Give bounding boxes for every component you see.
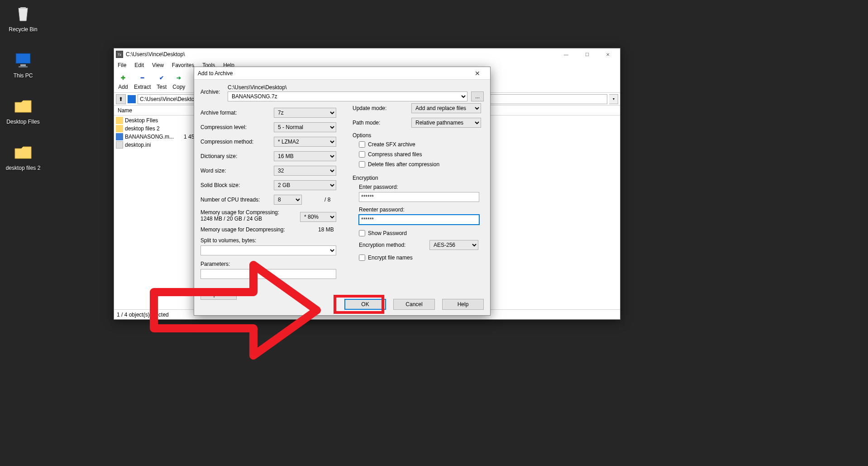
dialog-title: Add to Archive <box>198 70 233 77</box>
memd-label: Memory usage for Decompressing: <box>200 226 300 233</box>
encryption-group-title: Encryption <box>353 175 484 181</box>
sevenzip-app-icon: 7z <box>116 51 123 58</box>
archive-name-input[interactable]: BANANASONG.7z <box>228 91 467 101</box>
threads-select[interactable]: 8 <box>274 195 302 205</box>
up-button[interactable]: ⬆ <box>116 94 126 104</box>
dict-select[interactable]: 16 MB <box>274 151 336 161</box>
level-select[interactable]: 5 - Normal <box>274 122 336 132</box>
minus-icon: ━ <box>136 73 149 83</box>
svg-rect-0 <box>16 53 30 63</box>
memd-value: 18 MB <box>318 226 334 233</box>
menu-view[interactable]: View <box>150 61 166 69</box>
toolbar-extract[interactable]: ━Extract <box>134 73 151 90</box>
toolbar-copy[interactable]: ➔Copy <box>172 73 185 90</box>
method-label: Compression method: <box>200 139 274 145</box>
dialog-titlebar[interactable]: Add to Archive ✕ <box>194 67 490 80</box>
desktop-icon-label: desktop files 2 <box>3 165 43 171</box>
status-selected: lected <box>154 312 169 318</box>
archive-path: C:\Users\Vince\Desktop\ <box>228 84 484 91</box>
arrow-right-icon: ➔ <box>172 73 185 83</box>
ok-button[interactable]: OK <box>344 299 386 310</box>
address-dropdown[interactable]: ▾ <box>609 94 618 104</box>
options-group-title: Options <box>353 132 484 139</box>
help-button[interactable]: Help <box>442 299 484 310</box>
pc-icon <box>128 95 136 103</box>
toolbar-add[interactable]: ✚Add <box>117 73 129 90</box>
cancel-button[interactable]: Cancel <box>393 299 435 310</box>
memc-select[interactable]: * 80% <box>300 212 336 222</box>
desktop-icon-label: This PC <box>3 72 43 79</box>
enc-method-select[interactable]: AES-256 <box>429 240 478 250</box>
menu-file[interactable]: File <box>116 61 128 69</box>
format-label: Archive format: <box>200 110 274 116</box>
archive-label: Archive: <box>200 84 228 95</box>
memc-label: Memory usage for Compressing: <box>200 209 300 216</box>
desktop-icon-recyclebin[interactable]: Recycle Bin <box>3 3 43 33</box>
encrypt-names-checkbox[interactable]: Encrypt file names <box>359 255 484 261</box>
shared-checkbox[interactable]: Compress shared files <box>359 151 484 158</box>
maximize-button[interactable]: ☐ <box>577 48 597 60</box>
ini-icon <box>116 141 123 149</box>
desktop-icon-thispc[interactable]: This PC <box>3 49 43 79</box>
threads-total: / 8 <box>324 197 330 203</box>
toolbar-test[interactable]: ✔Test <box>155 73 168 90</box>
desktop-icon-label: Recycle Bin <box>3 26 43 33</box>
recycle-bin-icon <box>12 3 34 24</box>
enc-method-label: Encryption method: <box>359 242 429 248</box>
folder-icon <box>116 125 123 132</box>
dialog-close-button[interactable]: ✕ <box>468 70 486 77</box>
add-to-archive-dialog: Add to Archive ✕ Archive: C:\Users\Vince… <box>194 67 491 316</box>
svg-rect-1 <box>20 64 26 66</box>
show-password-checkbox[interactable]: Show Password <box>359 230 484 236</box>
menu-edit[interactable]: Edit <box>133 61 146 69</box>
window-title: C:\Users\Vince\Desktop\ <box>126 51 185 58</box>
sfx-checkbox[interactable]: Create SFX archive <box>359 141 484 148</box>
method-select[interactable]: * LZMA2 <box>274 137 336 147</box>
update-label: Update mode: <box>353 105 411 111</box>
options-button[interactable]: Options <box>200 289 237 300</box>
params-input[interactable] <box>200 269 336 279</box>
desktop-icon-folder2[interactable]: desktop files 2 <box>3 141 43 171</box>
format-select[interactable]: 7z <box>274 108 336 118</box>
folder-icon <box>12 141 34 163</box>
word-label: Word size: <box>200 168 274 174</box>
level-label: Compression level: <box>200 124 274 130</box>
enter-password-input[interactable] <box>359 192 479 202</box>
threads-label: Number of CPU threads: <box>200 197 274 203</box>
menu-favorites[interactable]: Favorites <box>170 61 196 69</box>
desktop-icon-label: Desktop FIles <box>3 119 43 125</box>
memc-value: 1248 MB / 20 GB / 24 GB <box>200 216 300 222</box>
plus-icon: ✚ <box>117 73 129 83</box>
reenter-password-input[interactable] <box>359 215 479 225</box>
status-objects: 1 / 4 object(s) <box>117 312 150 318</box>
delete-checkbox[interactable]: Delete files after compression <box>359 161 484 168</box>
pc-icon <box>12 49 34 71</box>
svg-rect-2 <box>19 66 28 67</box>
split-select[interactable] <box>200 245 336 255</box>
check-icon: ✔ <box>155 73 168 83</box>
folder-icon <box>12 95 34 117</box>
folder-icon <box>116 117 123 124</box>
split-label: Split to volumes, bytes: <box>200 237 256 244</box>
path-select[interactable]: Relative pathnames <box>411 118 481 128</box>
dict-label: Dictionary size: <box>200 153 274 159</box>
window-titlebar[interactable]: 7z C:\Users\Vince\Desktop\ — ☐ ✕ <box>114 48 620 60</box>
block-select[interactable]: 2 GB <box>274 180 336 190</box>
file-icon <box>116 133 123 140</box>
block-label: Solid Block size: <box>200 182 274 188</box>
desktop-icon-folder1[interactable]: Desktop FIles <box>3 95 43 125</box>
enter-password-label: Enter password: <box>359 184 484 190</box>
browse-button[interactable]: ... <box>471 91 484 101</box>
reenter-password-label: Reenter password: <box>359 207 484 213</box>
params-label: Parameters: <box>200 261 230 267</box>
close-button[interactable]: ✕ <box>597 48 618 60</box>
update-select[interactable]: Add and replace files <box>411 103 481 113</box>
word-select[interactable]: 32 <box>274 166 336 176</box>
path-label: Path mode: <box>353 120 411 126</box>
minimize-button[interactable]: — <box>556 48 577 60</box>
